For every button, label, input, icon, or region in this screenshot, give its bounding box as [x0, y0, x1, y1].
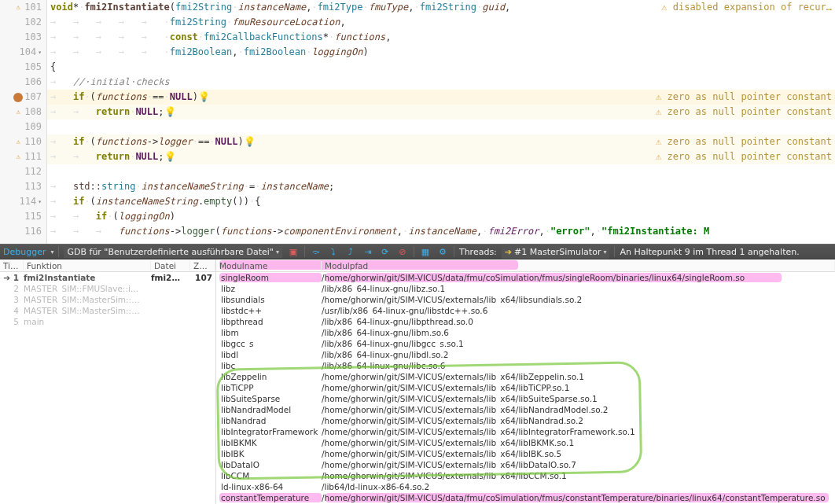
module-row[interactable]: libsundials/home/ghorwin/git/SIM-VICUS/e…	[216, 294, 835, 305]
module-row[interactable]: libIntegratorFramework/home/ghorwin/git/…	[216, 426, 835, 437]
module-row[interactable]: libSuiteSparse/home/ghorwin/git/SIM-VICU…	[216, 393, 835, 404]
module-row[interactable]: libNandradModel/home/ghorwin/git/SIM-VIC…	[216, 404, 835, 415]
code-line[interactable]: → if·(functions->logger·==·NULL)💡	[47, 134, 656, 149]
line-number[interactable]: 104	[19, 45, 36, 60]
module-row[interactable]: libstdc++/usr/lib/x86_64-linux-gnu/libst…	[216, 305, 835, 316]
module-path: /home/ghorwin/git/SIM-VICUS/externals/li…	[322, 372, 835, 381]
stack-frame[interactable]: 2MASTER_SIM::FMUSlave::i…	[0, 283, 215, 294]
line-number[interactable]: 111	[24, 149, 42, 164]
warning-icon[interactable]: ⚠	[13, 3, 23, 13]
restart-icon[interactable]: ⟳	[379, 245, 392, 258]
line-number[interactable]: 114	[19, 194, 36, 209]
line-number[interactable]: 105	[24, 60, 42, 75]
step-over-icon[interactable]: ⤼	[310, 245, 322, 258]
col-modname[interactable]: Modulname	[216, 261, 322, 270]
col-file[interactable]: Datei	[151, 261, 190, 270]
col-func[interactable]: Funktion	[24, 261, 151, 270]
stack-frame[interactable]: 5main	[0, 316, 215, 327]
module-row[interactable]: constantTemperature/home/ghorwin/git/SIM…	[216, 492, 835, 503]
divider	[614, 246, 615, 257]
gdb-kit-select[interactable]: GDB für "Benutzerdefinierte ausführbare …	[64, 246, 281, 258]
inline-warning[interactable]: disabled expansion of recur…	[661, 0, 835, 15]
line-number[interactable]: 103	[24, 30, 42, 45]
code-line[interactable]: → → return·NULL;💡	[47, 105, 656, 120]
code-line[interactable]	[47, 120, 835, 134]
fold-icon[interactable]: ▾	[38, 45, 42, 60]
inline-warning[interactable]: zero as null pointer constant	[656, 149, 835, 164]
line-number[interactable]: 102	[24, 15, 42, 30]
module-row[interactable]: singleRoom/home/ghorwin/git/SIM-VICUS/da…	[216, 272, 835, 283]
code-line[interactable]: → //·initial·checks	[47, 75, 835, 90]
line-number[interactable]: 106	[24, 75, 42, 90]
dropdown-arrow-icon[interactable]: ▾	[50, 248, 53, 256]
step-into-icon[interactable]: ⤵	[327, 245, 340, 258]
module-row[interactable]: libZeppelin/home/ghorwin/git/SIM-VICUS/e…	[216, 371, 835, 382]
module-row[interactable]: libDataIO/home/ghorwin/git/SIM-VICUS/ext…	[216, 459, 835, 470]
line-number[interactable]: 112	[24, 164, 42, 179]
stack-panel[interactable]: Tiefe Funktion Datei Zeile ➔ 1fmi2Instan…	[0, 259, 216, 504]
thread-select[interactable]: ➔ #1 MasterSimulator ▾	[502, 245, 610, 259]
code-content[interactable]: void*·fmi2Instantiate(fmi2String·instanc…	[47, 0, 835, 244]
code-line[interactable]	[47, 164, 835, 179]
module-path: /usr/lib/x86_64-linux-gnu/libstdc++.so.6	[322, 306, 835, 315]
code-line[interactable]: void*·fmi2Instantiate(fmi2String·instanc…	[47, 0, 661, 15]
module-row[interactable]: libIBKMK/home/ghorwin/git/SIM-VICUS/exte…	[216, 437, 835, 448]
module-row[interactable]: libCCM/home/ghorwin/git/SIM-VICUS/extern…	[216, 470, 835, 481]
code-line[interactable]: → → return·NULL;💡	[47, 149, 656, 164]
log-icon[interactable]: ▦	[419, 245, 432, 258]
module-row[interactable]: ld-linux-x86-64/lib64/ld-linux-x86-64.so…	[216, 481, 835, 492]
col-modpath[interactable]: Modulpfad	[322, 261, 835, 270]
code-line[interactable]: → if·(instanceNameString.empty())·{	[47, 194, 835, 209]
debug-status: An Haltepunkt 9 im Thread 1 angehalten.	[620, 247, 799, 257]
inline-warning[interactable]: zero as null pointer constant	[656, 105, 835, 120]
module-row[interactable]: libgcc_s/lib/x86_64-linux-gnu/libgcc_s.s…	[216, 338, 835, 349]
warning-icon[interactable]: ⚠	[13, 108, 23, 117]
line-number[interactable]: 115	[24, 209, 42, 224]
module-row[interactable]: libNandrad/home/ghorwin/git/SIM-VICUS/ex…	[216, 415, 835, 426]
module-row[interactable]: libc/lib/x86_64-linux-gnu/libc.so.6	[216, 360, 835, 371]
module-row[interactable]: libTiCPP/home/ghorwin/git/SIM-VICUS/exte…	[216, 382, 835, 393]
step-instruction-icon[interactable]: ⇥	[362, 245, 374, 258]
fold-icon[interactable]: ▾	[38, 194, 42, 209]
code-line[interactable]: {	[47, 60, 835, 75]
line-number[interactable]: 107	[24, 90, 42, 105]
stop-record-icon[interactable]: ▣	[287, 245, 300, 258]
line-number[interactable]: 113	[24, 179, 42, 194]
code-line[interactable]: → if·(functions·==·NULL)💡	[47, 90, 656, 105]
stack-frame[interactable]: 3MASTER_SIM::MasterSim::…	[0, 294, 215, 305]
module-row[interactable]: libdl/lib/x86_64-linux-gnu/libdl.so.2	[216, 349, 835, 360]
code-line[interactable]: → → if·(loggingOn)	[47, 209, 835, 224]
module-row[interactable]: libIBK/home/ghorwin/git/SIM-VICUS/extern…	[216, 448, 835, 459]
settings-icon[interactable]: ⚙	[436, 245, 449, 258]
step-out-icon[interactable]: ⤴	[344, 245, 357, 258]
line-number[interactable]: 108	[24, 105, 42, 120]
warning-icon[interactable]: ⚠	[13, 153, 23, 162]
line-number[interactable]: 116	[24, 224, 42, 239]
divider	[58, 246, 59, 257]
modules-panel[interactable]: Modulname Modulpfad singleRoom/home/ghor…	[216, 259, 835, 504]
col-depth[interactable]: Tiefe	[0, 261, 24, 270]
line-number[interactable]: 101	[24, 0, 42, 15]
code-editor[interactable]: ⚠101102103104▾105106107⚠108109⚠110⚠11111…	[0, 0, 835, 244]
code-line[interactable]: → → → → → ·fmi2Boolean,·fmi2Boolean·logg…	[47, 45, 835, 60]
code-line[interactable]: → → → functions->logger(functions->compo…	[47, 224, 835, 239]
breakpoint-icon[interactable]	[13, 93, 23, 102]
line-number[interactable]: 110	[24, 134, 42, 149]
module-row[interactable]: libz/lib/x86_64-linux-gnu/libz.so.1	[216, 283, 835, 294]
inline-warning[interactable]: zero as null pointer constant	[656, 134, 835, 149]
module-row[interactable]: libm/lib/x86_64-linux-gnu/libm.so.6	[216, 327, 835, 338]
abort-icon[interactable]: ⊘	[396, 245, 409, 258]
line-number[interactable]: 109	[24, 120, 42, 134]
gutter[interactable]: ⚠101102103104▾105106107⚠108109⚠110⚠11111…	[0, 0, 47, 244]
warning-icon[interactable]: ⚠	[13, 138, 23, 147]
inline-warning[interactable]: zero as null pointer constant	[656, 90, 835, 105]
col-line[interactable]: Zeile	[190, 261, 215, 270]
stack-frame[interactable]: 4MASTER_SIM::MasterSim::…	[0, 305, 215, 316]
debug-toolbar: Debugger ▾ GDB für "Benutzerdefinierte a…	[0, 244, 835, 259]
module-row[interactable]: libpthread/lib/x86_64-linux-gnu/libpthre…	[216, 316, 835, 327]
module-path: /lib64/ld-linux-x86-64.so.2	[322, 482, 835, 491]
code-line[interactable]: → → → → → ·fmi2String·fmuResourceLocatio…	[47, 15, 835, 30]
code-line[interactable]: → → → → → ·const·fmi2CallbackFunctions*·…	[47, 30, 835, 45]
code-line[interactable]: → std::string·instanceNameString·=·insta…	[47, 179, 835, 194]
stack-frame[interactable]: ➔ 1fmi2Instantiatefmi2…107	[0, 272, 215, 283]
